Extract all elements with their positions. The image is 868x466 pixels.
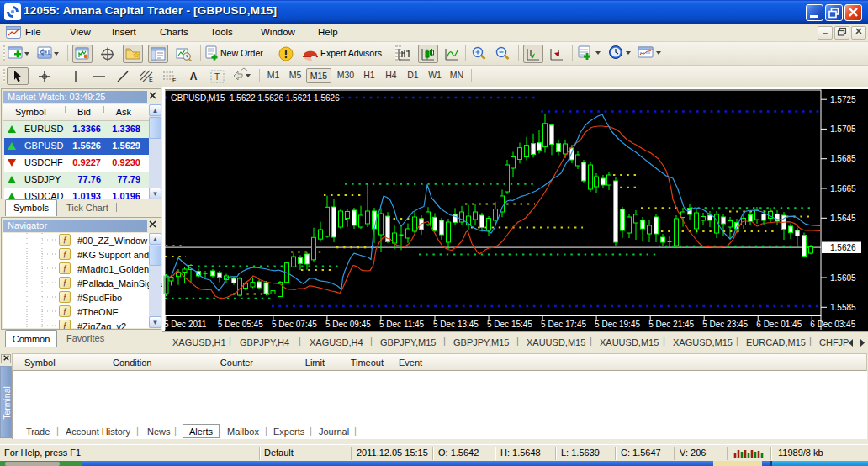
svg-text:5 Dec 2011: 5 Dec 2011 xyxy=(164,320,207,329)
svg-text:5 Dec 19:45: 5 Dec 19:45 xyxy=(595,320,640,329)
svg-text:1.5705: 1.5705 xyxy=(830,124,856,134)
svg-text:1.5665: 1.5665 xyxy=(830,184,856,193)
svg-text:5 Dec 21:45: 5 Dec 21:45 xyxy=(648,320,694,329)
svg-text:1.5645: 1.5645 xyxy=(830,214,856,223)
svg-text:5 Dec 09:45: 5 Dec 09:45 xyxy=(326,320,371,329)
svg-text:1.5725: 1.5725 xyxy=(830,95,856,104)
svg-text:1.5626: 1.5626 xyxy=(830,243,856,252)
svg-text:5 Dec 07:45: 5 Dec 07:45 xyxy=(272,320,317,329)
svg-text:E: E xyxy=(149,77,153,82)
svg-text:6 Dec 03:45: 6 Dec 03:45 xyxy=(810,320,855,329)
svg-text:1.5685: 1.5685 xyxy=(830,154,856,163)
svg-text:1.5605: 1.5605 xyxy=(830,273,856,283)
svg-text:6 Dec 01:45: 6 Dec 01:45 xyxy=(756,320,802,329)
svg-text:5 Dec 05:45: 5 Dec 05:45 xyxy=(218,320,263,329)
svg-text:F: F xyxy=(172,77,176,83)
svg-text:GBPUSD,M15 1.5622 1.5626 1.56: GBPUSD,M15 1.5622 1.5626 1.5621 1.5626 xyxy=(171,93,340,103)
svg-text:1.5585: 1.5585 xyxy=(830,303,856,312)
svg-text:5 Dec 11:45: 5 Dec 11:45 xyxy=(379,320,425,329)
svg-text:T: T xyxy=(214,72,220,82)
svg-text:5 Dec 13:45: 5 Dec 13:45 xyxy=(433,320,479,329)
svg-text:5 Dec 23:45: 5 Dec 23:45 xyxy=(702,320,748,329)
svg-text:5 Dec 15:45: 5 Dec 15:45 xyxy=(487,320,532,329)
svg-text:5 Dec 17:45: 5 Dec 17:45 xyxy=(541,320,586,329)
